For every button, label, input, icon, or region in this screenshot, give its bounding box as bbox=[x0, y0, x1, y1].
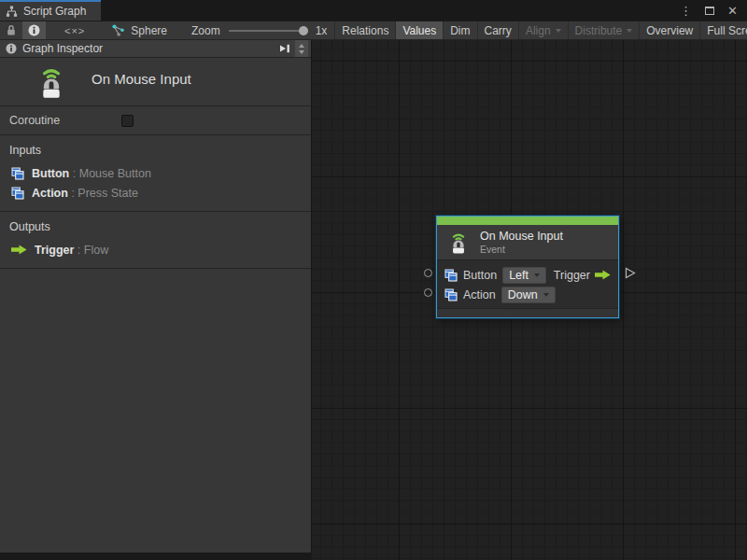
toolbar-button-dim[interactable]: Dim bbox=[443, 21, 476, 39]
close-button[interactable]: ✕ bbox=[727, 5, 738, 17]
node-footer bbox=[437, 308, 618, 317]
input-port-circle-action[interactable] bbox=[424, 288, 432, 297]
inspector-stepper[interactable] bbox=[295, 40, 308, 57]
action-value-dropdown[interactable]: Down bbox=[501, 287, 556, 303]
kebab-menu-icon: ⋮ bbox=[680, 4, 692, 18]
zoom-label: Zoom bbox=[191, 24, 220, 37]
unit-title: On Mouse Input bbox=[92, 71, 191, 87]
lock-icon bbox=[6, 24, 17, 36]
window-menu-button[interactable]: ⋮ bbox=[680, 5, 692, 17]
flow-arrow-icon bbox=[11, 245, 27, 255]
dock-panel-icon[interactable] bbox=[277, 43, 291, 54]
coroutine-checkbox[interactable] bbox=[121, 115, 134, 127]
zoom-control: Zoom 1x bbox=[176, 24, 334, 37]
node-subtitle: Event bbox=[480, 244, 563, 255]
output-port-triangle[interactable] bbox=[625, 267, 636, 279]
chevron-down-icon bbox=[543, 293, 549, 297]
input-port-circle-button[interactable] bbox=[424, 269, 432, 277]
coroutine-row: Coroutine bbox=[0, 106, 311, 135]
port-label-button: Button bbox=[463, 269, 497, 282]
tab-script-graph[interactable]: Script Graph bbox=[0, 0, 101, 21]
value-port-icon[interactable] bbox=[444, 269, 458, 282]
info-icon bbox=[28, 24, 40, 36]
value-port-icon bbox=[11, 187, 24, 200]
mouse-input-icon bbox=[446, 231, 471, 255]
toolbar-button-values[interactable]: Values bbox=[395, 21, 443, 39]
outputs-header: Outputs bbox=[0, 220, 311, 233]
toolbar-button-relations[interactable]: Relations bbox=[334, 21, 395, 39]
maximize-button[interactable] bbox=[705, 5, 714, 17]
value-port-icon[interactable] bbox=[444, 288, 458, 301]
outputs-section: Outputs Trigger : Flow bbox=[0, 212, 311, 269]
button-value-dropdown[interactable]: Left bbox=[502, 267, 546, 284]
maximize-icon bbox=[705, 7, 714, 15]
node-accent-bar bbox=[437, 217, 618, 225]
node-title: On Mouse Input bbox=[480, 230, 563, 244]
chevron-down-icon bbox=[299, 50, 304, 54]
trigger-output[interactable]: Trigger bbox=[554, 269, 611, 282]
port-label-action: Action bbox=[463, 288, 496, 301]
script-graph-window: Script Graph ⋮ ✕ <×> bbox=[0, 0, 747, 560]
node-header[interactable]: On Mouse Input Event bbox=[437, 225, 618, 260]
code-view-button[interactable]: <×> bbox=[46, 21, 104, 39]
mouse-input-icon bbox=[34, 64, 69, 100]
close-icon: ✕ bbox=[727, 4, 738, 18]
zoom-slider-handle[interactable] bbox=[299, 26, 308, 35]
chevron-up-icon bbox=[299, 44, 304, 48]
graph-target-label: Sphere bbox=[131, 24, 167, 37]
zoom-slider[interactable] bbox=[229, 30, 307, 32]
toolbar-button-align[interactable]: Align bbox=[518, 21, 568, 39]
value-port-icon bbox=[11, 167, 24, 180]
info-icon bbox=[6, 43, 17, 54]
toolbar-button-group: Relations Values Dim Carry Align Distrib… bbox=[334, 21, 747, 39]
coroutine-label: Coroutine bbox=[9, 114, 121, 127]
flow-arrow-icon bbox=[595, 270, 611, 280]
zoom-value: 1x bbox=[316, 24, 328, 37]
chevron-down-icon bbox=[627, 29, 632, 33]
inspector-empty-area bbox=[0, 269, 311, 553]
input-item-button: Button : Mouse Button bbox=[0, 163, 311, 183]
port-row-action: Action Down bbox=[444, 285, 611, 304]
unit-header: On Mouse Input bbox=[0, 58, 311, 106]
output-item-trigger: Trigger : Flow bbox=[0, 240, 311, 259]
node-body: Button Left Trigger bbox=[437, 260, 618, 308]
graph-target[interactable]: Sphere bbox=[104, 23, 176, 37]
script-graph-icon bbox=[6, 6, 18, 17]
trigger-label: Trigger bbox=[554, 269, 590, 282]
inspector-header: Graph Inspector bbox=[0, 40, 311, 58]
graph-toolbar: <×> Sphere Zoom 1x Relations Values Dim … bbox=[0, 21, 747, 40]
inputs-section: Inputs Button : Mouse Button bbox=[0, 135, 311, 212]
graph-canvas[interactable]: On Mouse Input Event Butto bbox=[312, 40, 747, 560]
window-titlebar: Script Graph ⋮ ✕ bbox=[0, 0, 747, 21]
toolbar-button-full-screen[interactable]: Full Screen bbox=[699, 21, 747, 39]
main-area: Graph Inspector bbox=[0, 40, 747, 560]
lock-button[interactable] bbox=[0, 21, 22, 39]
toolbar-button-carry[interactable]: Carry bbox=[477, 21, 518, 39]
tab-title: Script Graph bbox=[23, 5, 86, 18]
port-row-button: Button Left Trigger bbox=[444, 265, 611, 285]
input-item-action: Action : Press State bbox=[0, 183, 311, 203]
info-toggle-button[interactable] bbox=[22, 21, 46, 39]
graph-inspector-panel: Graph Inspector bbox=[0, 40, 312, 553]
graph-pointer-icon bbox=[111, 23, 125, 37]
chevron-down-icon bbox=[556, 29, 561, 33]
node-on-mouse-input[interactable]: On Mouse Input Event Butto bbox=[436, 216, 619, 318]
inspector-title: Graph Inspector bbox=[22, 42, 103, 55]
node-frame[interactable]: On Mouse Input Event Butto bbox=[436, 216, 619, 318]
toolbar-button-distribute[interactable]: Distribute bbox=[568, 21, 640, 39]
toolbar-button-overview[interactable]: Overview bbox=[639, 21, 699, 39]
inputs-header: Inputs bbox=[0, 144, 311, 157]
code-icon: <×> bbox=[51, 25, 98, 36]
chevron-down-icon bbox=[534, 273, 540, 277]
